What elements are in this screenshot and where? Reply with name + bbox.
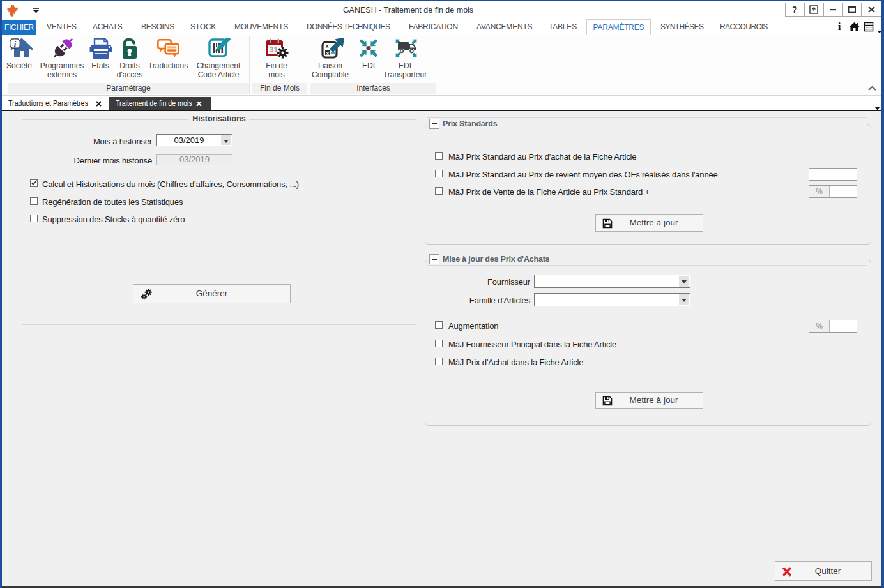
svg-text:i: i <box>14 39 17 49</box>
svg-text:31: 31 <box>270 45 278 54</box>
svg-text:i: i <box>838 21 841 33</box>
svg-text:x: x <box>325 43 328 49</box>
svg-text:x: x <box>326 50 330 56</box>
svg-text:?: ? <box>792 4 798 15</box>
